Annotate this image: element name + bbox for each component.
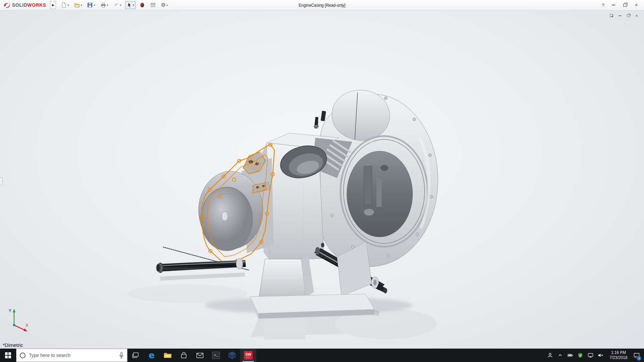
document-window-controls: × — [609, 13, 639, 18]
dropdown-caret-icon[interactable]: ▾ — [166, 4, 168, 7]
dropdown-caret-icon[interactable]: ▾ — [107, 4, 108, 7]
action-center-button[interactable]: 3 — [632, 349, 642, 362]
wordmark-solid: SOLID — [12, 2, 27, 8]
help-button[interactable]: ? — [598, 0, 608, 10]
task-view-button[interactable] — [127, 349, 144, 362]
notification-badge: 3 — [637, 356, 641, 361]
graphics-viewport[interactable]: × — [0, 10, 644, 349]
options-button[interactable]: ⚙ ▾ — [160, 1, 169, 9]
file-explorer-button[interactable] — [160, 349, 176, 362]
dropdown-caret-icon[interactable]: ▾ — [80, 4, 82, 7]
defender-shield-icon — [578, 353, 583, 358]
doc-minimize-icon — [619, 15, 622, 16]
minimize-button[interactable] — [608, 0, 619, 10]
store-button[interactable] — [176, 349, 192, 362]
feature-tree-splitter-handle[interactable] — [0, 177, 3, 185]
float-pane-button[interactable] — [609, 13, 614, 18]
hexagon-cube-icon — [228, 351, 236, 359]
solidworks-wordmark: SOLIDWORKS — [12, 2, 46, 8]
edge-button[interactable]: e — [144, 349, 160, 362]
task-view-icon — [132, 352, 139, 358]
taskbar-search[interactable] — [16, 349, 127, 362]
dropdown-caret-icon[interactable]: ▾ — [94, 4, 95, 7]
undo-icon — [113, 2, 119, 8]
restore-icon — [623, 4, 627, 7]
open-folder-icon — [74, 2, 80, 8]
edge-icon: e — [149, 350, 155, 360]
people-icon — [547, 353, 553, 358]
window-controls: ? × — [598, 0, 642, 10]
x-axis-arrow — [23, 328, 28, 332]
close-button[interactable]: × — [631, 0, 642, 10]
security-button[interactable] — [575, 349, 585, 362]
dropdown-caret-icon[interactable]: ▾ — [67, 4, 69, 7]
x-axis-label: X — [25, 323, 28, 328]
dropdown-caret-icon[interactable]: ▾ — [133, 4, 135, 7]
store-bag-icon — [180, 352, 187, 359]
cortana-icon — [20, 353, 25, 358]
taskbar-clock[interactable]: 1:16 PM 7/23/2018 — [605, 349, 632, 362]
windows-taskbar: e >_ SW 2017 — [0, 349, 644, 362]
open-button[interactable]: ▾ — [72, 1, 83, 9]
search-input[interactable] — [29, 353, 116, 358]
doc-minimize-button[interactable] — [617, 13, 623, 18]
flyout-arrow-icon: ▶ — [52, 3, 54, 7]
print-icon — [100, 2, 106, 8]
z-axis-dot — [13, 324, 15, 326]
y-axis-arrow — [13, 309, 15, 312]
start-button[interactable] — [0, 349, 16, 362]
file-explorer-icon — [164, 352, 172, 359]
network-button[interactable] — [585, 349, 595, 362]
restore-button[interactable] — [619, 0, 631, 10]
clock-time: 1:16 PM — [611, 350, 626, 355]
orientation-triad: Y X — [4, 307, 31, 335]
clutch-housing — [314, 90, 438, 267]
select-tool-button[interactable]: ▾ — [125, 1, 136, 9]
network-icon — [588, 353, 593, 358]
solidworks-app-button[interactable]: SW 2017 — [240, 349, 256, 362]
view-orientation-label: *Dimetric — [3, 342, 23, 348]
dropdown-caret-icon[interactable]: ▾ — [120, 4, 121, 7]
volume-button[interactable] — [595, 349, 605, 362]
people-button[interactable] — [545, 349, 555, 362]
appearance-sphere-icon — [140, 2, 145, 8]
solidworks-app-icon: SW 2017 — [244, 351, 253, 360]
save-floppy-icon — [87, 2, 93, 8]
hidden-icons-button[interactable] — [555, 349, 565, 362]
doc-restore-button[interactable] — [626, 13, 631, 18]
new-document-button[interactable]: ▾ — [59, 1, 70, 9]
design-table-icon — [150, 2, 156, 8]
cube-app-button[interactable] — [224, 349, 240, 362]
document-title: EngineCasing [Read-only] — [299, 0, 345, 10]
ds-logo-icon — [3, 2, 11, 8]
microphone-icon[interactable] — [119, 352, 124, 359]
battery-button[interactable] — [565, 349, 575, 362]
appearance-button[interactable] — [138, 1, 146, 9]
design-table-button[interactable] — [149, 1, 157, 9]
float-pane-icon — [610, 14, 613, 17]
select-cursor-icon — [126, 2, 132, 8]
wordmark-works: WORKS — [27, 2, 46, 8]
volume-muted-icon — [598, 353, 603, 358]
save-button[interactable]: ▾ — [86, 1, 96, 9]
command-prompt-button[interactable]: >_ — [208, 349, 224, 362]
system-tray: 1:16 PM 7/23/2018 3 — [545, 349, 644, 362]
doc-restore-icon — [627, 14, 630, 17]
mail-envelope-icon — [196, 353, 204, 358]
menu-flyout-arrow[interactable]: ▶ — [50, 1, 56, 9]
doc-close-button[interactable]: × — [634, 13, 639, 18]
solidworks-logo: SOLIDWORKS — [3, 2, 46, 8]
clock-date: 7/23/2018 — [609, 355, 627, 360]
print-button[interactable]: ▾ — [99, 1, 110, 9]
engine-casing-model[interactable] — [0, 10, 644, 349]
sw-icon-label: SW — [245, 353, 251, 356]
command-prompt-icon: >_ — [212, 352, 220, 359]
minimize-icon — [612, 5, 615, 5]
mail-button[interactable] — [192, 349, 208, 362]
battery-icon — [568, 353, 573, 358]
y-axis-label: Y — [9, 308, 11, 313]
undo-button[interactable]: ▾ — [112, 1, 123, 9]
new-document-icon — [61, 2, 67, 8]
sw-icon-year: 2017 — [246, 356, 250, 358]
standard-toolbar: ▾ ▾ ▾ ▾ — [59, 1, 169, 9]
